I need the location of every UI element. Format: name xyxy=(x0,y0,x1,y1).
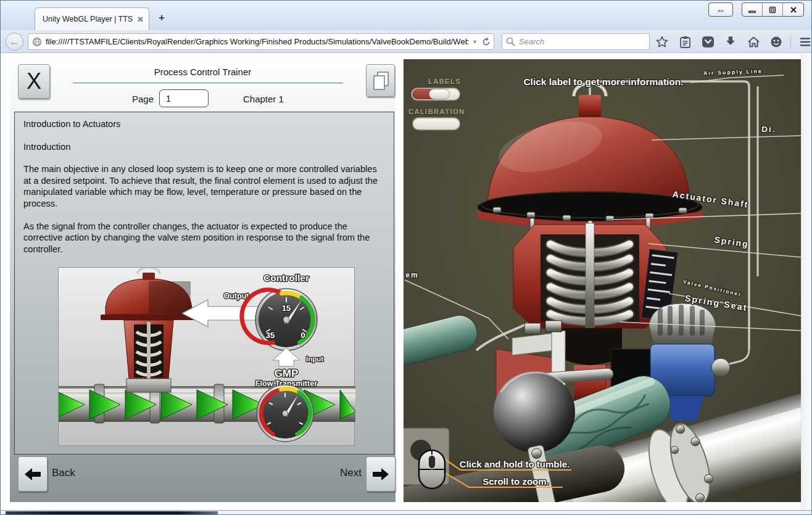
3d-viewport[interactable]: Air Supply Line Di. Actuator Shaft Sprin… xyxy=(404,59,801,502)
mouse-hint-zoom: Scroll to zoom. xyxy=(483,476,549,487)
labels-toggle-knob[interactable] xyxy=(429,89,450,99)
reload-icon[interactable] xyxy=(481,37,491,47)
book-footer: Back Next xyxy=(10,456,396,493)
back-arrow-icon xyxy=(23,467,42,482)
gauge-value-right: 0 xyxy=(300,331,305,340)
new-tab-button[interactable]: + xyxy=(154,11,170,25)
flow-transmitter-gauge xyxy=(257,385,313,442)
book-panel: X Process Control Trainer Page Chapter 1… xyxy=(10,59,396,502)
lesson-paragraph: As the signal from the controller change… xyxy=(23,221,385,255)
desktop-strip xyxy=(6,511,218,514)
gmp-label: GMP xyxy=(275,368,299,379)
figure-illustration: Output xyxy=(59,268,355,447)
viewport-hint-text: Click label to get more information. xyxy=(523,76,683,87)
input-label: Input xyxy=(306,355,323,363)
mouse-hint-tumble: Click and hold to tumble. xyxy=(460,459,570,469)
search-icon xyxy=(506,37,515,46)
url-text: file://///TTSTAMFILE/Clients/RoyalRender… xyxy=(46,37,468,46)
star-icon xyxy=(656,36,668,48)
lesson-subheading: Introduction xyxy=(23,141,385,153)
lesson-heading: Introduction to Actuators xyxy=(23,118,385,130)
tab-close-icon[interactable]: ✖ xyxy=(137,15,144,23)
page-scrollbar[interactable] xyxy=(801,54,811,511)
output-arrow xyxy=(182,300,267,327)
calibration-toggle[interactable] xyxy=(412,117,460,130)
toolbar-separator xyxy=(790,35,791,49)
calibration-toggle-label: CALIBRATION xyxy=(408,108,465,115)
hamburger-icon xyxy=(799,36,811,47)
back-button[interactable] xyxy=(18,456,48,492)
title-divider xyxy=(73,83,343,83)
labels-toggle-label: LABELS xyxy=(428,78,461,85)
bookmark-star-button[interactable] xyxy=(653,33,671,51)
minimize-icon xyxy=(748,6,756,14)
page-content: X Process Control Trainer Page Chapter 1… xyxy=(1,54,811,511)
lesson-figure: Output xyxy=(58,267,355,446)
titlebar[interactable]: Unity WebGL Player | TTS Demo ✖ + ⇔ xyxy=(1,1,811,30)
browser-window: Unity WebGL Player | TTS Demo ✖ + ⇔ ← xyxy=(0,0,812,515)
clipboard-icon xyxy=(679,36,691,48)
mouse-icon xyxy=(419,450,445,488)
labels-toggle[interactable] xyxy=(411,88,460,101)
bookmarks-menu-button[interactable] xyxy=(676,33,694,51)
maximize-icon xyxy=(769,6,776,14)
table-of-contents-button[interactable] xyxy=(366,64,395,97)
home-icon xyxy=(747,36,760,48)
smiley-icon xyxy=(770,36,782,48)
3d-scene: Air Supply Line Di. Actuator Shaft Sprin… xyxy=(404,59,801,502)
controller-label: Controller xyxy=(263,273,309,283)
pages-icon xyxy=(372,71,389,91)
lesson-text-area: Introduction to Actuators Introduction T… xyxy=(14,112,394,455)
url-bar[interactable]: file://///TTSTAMFILE/Clients/RoyalRender… xyxy=(28,33,494,50)
gauge-value-top: 15 xyxy=(282,303,291,313)
window-resize-button[interactable]: ⇔ xyxy=(708,2,733,17)
feedback-button[interactable] xyxy=(768,33,785,51)
figure-valve-actuator xyxy=(101,268,197,392)
url-dropdown-icon[interactable]: ▼ xyxy=(468,39,481,45)
close-icon xyxy=(790,6,797,14)
menu-button[interactable] xyxy=(797,33,812,51)
home-button[interactable] xyxy=(745,33,762,51)
window-close-button[interactable] xyxy=(783,3,803,16)
gauge-value-left: 35 xyxy=(266,331,275,340)
label-stem-partial[interactable]: em xyxy=(405,271,418,279)
back-nav-button[interactable]: ← xyxy=(6,33,23,51)
window-bottom-edge xyxy=(1,510,811,514)
window-minimize-button[interactable] xyxy=(742,3,763,16)
tab-title: Unity WebGL Player | TTS Demo xyxy=(43,15,133,23)
page-label: Page xyxy=(132,94,154,104)
globe-icon xyxy=(32,37,42,47)
book-title: Process Control Trainer xyxy=(10,67,396,77)
next-label: Next xyxy=(340,467,362,479)
label-diaphragm-partial[interactable]: Di. xyxy=(761,125,776,134)
pocket-icon xyxy=(702,36,715,48)
next-button[interactable] xyxy=(366,456,396,492)
lesson-paragraph: The main objective in any closed loop sy… xyxy=(23,163,385,209)
downloads-button[interactable] xyxy=(722,33,739,51)
browser-tab[interactable]: Unity WebGL Player | TTS Demo ✖ xyxy=(35,7,149,30)
next-arrow-icon xyxy=(371,467,390,482)
search-input[interactable] xyxy=(519,37,645,46)
pocket-button[interactable] xyxy=(699,33,716,51)
download-arrow-icon xyxy=(725,36,736,48)
page-number-input[interactable] xyxy=(159,89,209,107)
input-arrow xyxy=(273,348,300,366)
chapter-label: Chapter 1 xyxy=(243,94,284,104)
chrome-elbow-ball xyxy=(494,371,575,453)
window-maximize-button[interactable] xyxy=(763,3,783,16)
nav-toolbar: ← file://///TTSTAMFILE/Clients/RoyalRend… xyxy=(1,30,811,53)
back-label: Back xyxy=(52,467,75,479)
search-bar[interactable] xyxy=(502,33,650,50)
